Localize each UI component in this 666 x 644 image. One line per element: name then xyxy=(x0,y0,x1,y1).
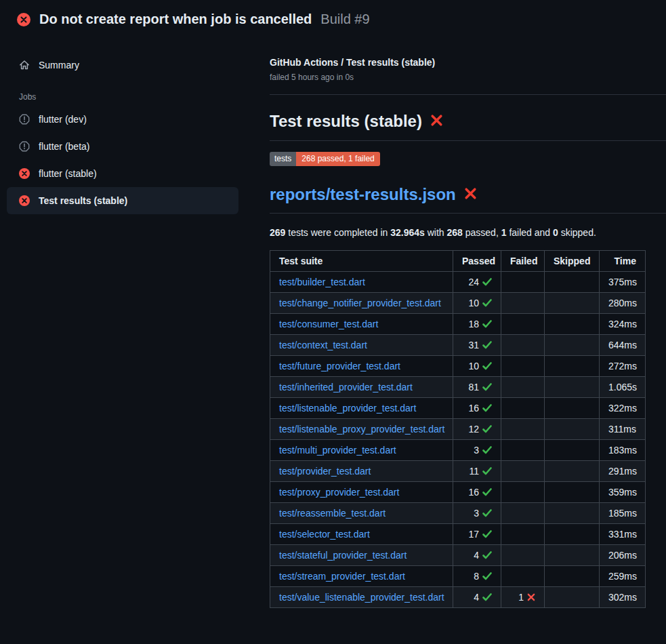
passed-cell-value: 24 xyxy=(468,277,479,287)
passed-cell-value: 4 xyxy=(474,592,479,603)
skipped-cell xyxy=(545,461,600,482)
failed-cell xyxy=(501,314,545,335)
passed-cell-value: 81 xyxy=(468,382,479,393)
test-suite-link[interactable]: test/selector_test.dart xyxy=(279,529,370,540)
check-icon xyxy=(482,488,492,496)
passed-cell-value: 16 xyxy=(468,403,479,414)
passed-cell: 8 xyxy=(453,566,501,587)
sidebar-item-flutter-beta[interactable]: flutter (beta) xyxy=(7,133,238,160)
test-suite-cell: test/builder_test.dart xyxy=(270,272,453,293)
failed-cell xyxy=(501,524,545,545)
time-cell: 185ms xyxy=(600,503,646,524)
failed-cell xyxy=(501,293,545,314)
test-suite-link[interactable]: test/context_test.dart xyxy=(279,340,367,350)
sidebar: Summary Jobs flutter (dev) flutter (beta… xyxy=(0,37,270,214)
skipped-cell xyxy=(545,356,600,377)
jobs-section-label: Jobs xyxy=(7,92,238,102)
check-icon xyxy=(482,593,492,601)
failed-cell xyxy=(501,482,545,503)
test-suite-cell: test/listenable_proxy_provider_test.dart xyxy=(270,419,453,440)
test-suite-link[interactable]: test/inherited_provider_test.dart xyxy=(279,382,413,393)
sidebar-item-label: Test results (stable) xyxy=(39,195,127,206)
run-header: Do not create report when job is cancell… xyxy=(0,0,666,37)
col-skipped: Skipped xyxy=(545,251,600,272)
table-row: test/listenable_provider_test.dart16322m… xyxy=(270,398,646,419)
passed-cell: 31 xyxy=(453,335,501,356)
summary-segment: 268 xyxy=(447,227,463,238)
time-cell: 302ms xyxy=(600,587,646,608)
summary-segment: tests were completed in xyxy=(285,227,390,238)
skipped-cell xyxy=(545,377,600,398)
table-row: test/stream_provider_test.dart8259ms xyxy=(270,566,646,587)
time-cell: 375ms xyxy=(600,272,646,293)
col-test-suite: Test suite xyxy=(270,251,453,272)
col-time: Time xyxy=(600,251,646,272)
test-suite-link[interactable]: test/consumer_test.dart xyxy=(279,319,378,329)
table-row: test/listenable_proxy_provider_test.dart… xyxy=(270,419,646,440)
test-suite-cell: test/proxy_provider_test.dart xyxy=(270,482,453,503)
sidebar-item-flutter-stable[interactable]: flutter (stable) xyxy=(7,160,238,187)
table-row: test/change_notifier_provider_test.dart1… xyxy=(270,293,646,314)
test-suite-cell: test/multi_provider_test.dart xyxy=(270,440,453,461)
passed-cell-value: 17 xyxy=(468,529,479,540)
skipped-cell xyxy=(545,314,600,335)
table-row: test/inherited_provider_test.dart811.065… xyxy=(270,377,646,398)
table-row: test/consumer_test.dart18324ms xyxy=(270,314,646,335)
time-cell: 644ms xyxy=(600,335,646,356)
test-suite-link[interactable]: test/value_listenable_provider_test.dart xyxy=(279,592,444,603)
main-content: GitHub Actions / Test results (stable) f… xyxy=(270,37,666,608)
test-suite-link[interactable]: test/stream_provider_test.dart xyxy=(279,571,405,582)
summary-segment: failed and xyxy=(507,227,554,238)
failed-cell xyxy=(501,566,545,587)
section-title: Test results (stable) xyxy=(270,111,666,141)
passed-cell: 4 xyxy=(453,587,501,608)
skipped-cell xyxy=(545,503,600,524)
sidebar-item-label: Summary xyxy=(39,60,79,71)
badge-value: 268 passed, 1 failed xyxy=(296,152,379,166)
section-title-text: Test results (stable) xyxy=(270,112,422,131)
test-suite-link[interactable]: test/listenable_proxy_provider_test.dart xyxy=(279,424,444,435)
passed-cell-value: 16 xyxy=(468,487,479,498)
test-suite-link[interactable]: test/reassemble_test.dart xyxy=(279,508,386,519)
test-suite-link[interactable]: test/change_notifier_provider_test.dart xyxy=(279,298,441,308)
x-mark-icon xyxy=(463,186,478,205)
run-meta: failed 5 hours ago in 0s xyxy=(270,73,666,82)
passed-cell: 17 xyxy=(453,524,501,545)
test-suite-link[interactable]: test/stateful_provider_test.dart xyxy=(279,550,407,561)
table-row: test/selector_test.dart17331ms xyxy=(270,524,646,545)
test-suite-link[interactable]: test/multi_provider_test.dart xyxy=(279,445,396,456)
stop-octagon-icon xyxy=(19,141,30,152)
table-row: test/multi_provider_test.dart3183ms xyxy=(270,440,646,461)
sidebar-item-flutter-dev[interactable]: flutter (dev) xyxy=(7,106,238,133)
report-file-link[interactable]: reports/test-results.json xyxy=(270,184,666,214)
check-icon xyxy=(482,530,492,538)
skipped-cell xyxy=(545,335,600,356)
skipped-cell xyxy=(545,566,600,587)
test-suite-link[interactable]: test/builder_test.dart xyxy=(279,277,365,287)
test-suite-link[interactable]: test/future_provider_test.dart xyxy=(279,361,400,371)
passed-cell: 16 xyxy=(453,482,501,503)
report-file-link-text: reports/test-results.json xyxy=(270,185,456,204)
time-cell: 206ms xyxy=(600,545,646,566)
test-suite-link[interactable]: test/proxy_provider_test.dart xyxy=(279,487,399,498)
table-row: test/proxy_provider_test.dart16359ms xyxy=(270,482,646,503)
test-summary-line: 269 tests were completed in 32.964s with… xyxy=(270,227,666,238)
sidebar-item-label: flutter (stable) xyxy=(39,168,97,179)
failed-cell xyxy=(501,503,545,524)
skipped-cell xyxy=(545,293,600,314)
sidebar-item-test-results-stable[interactable]: Test results (stable) xyxy=(7,187,238,214)
failed-cell xyxy=(501,398,545,419)
stop-octagon-icon xyxy=(19,114,30,125)
test-suite-cell: test/future_provider_test.dart xyxy=(270,356,453,377)
test-suite-link[interactable]: test/provider_test.dart xyxy=(279,466,371,477)
passed-cell: 12 xyxy=(453,419,501,440)
passed-cell: 81 xyxy=(453,377,501,398)
passed-cell: 3 xyxy=(453,440,501,461)
passed-cell: 10 xyxy=(453,293,501,314)
test-suite-cell: test/stream_provider_test.dart xyxy=(270,566,453,587)
test-suite-link[interactable]: test/listenable_provider_test.dart xyxy=(279,403,416,414)
time-cell: 311ms xyxy=(600,419,646,440)
check-icon xyxy=(482,362,492,370)
sidebar-item-summary[interactable]: Summary xyxy=(7,54,238,76)
passed-cell-value: 10 xyxy=(468,298,479,308)
